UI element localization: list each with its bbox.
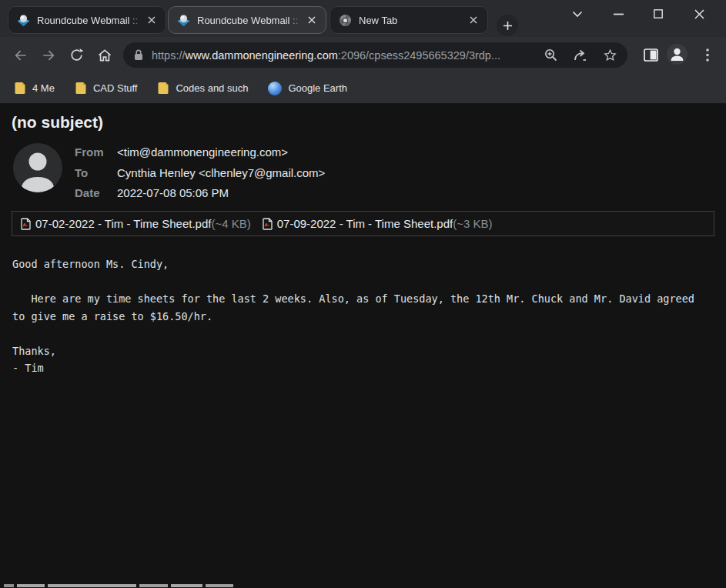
message-headers: From <tim@dammonengineering.com> To Cynt… <box>75 145 325 202</box>
taskbar-sliver <box>206 584 233 587</box>
lock-icon[interactable] <box>134 49 143 61</box>
attachments-bar: 07-02-2022 - Tim - Time Sheet.pdf (~4 KB… <box>12 211 714 236</box>
attachment-size: (~4 KB) <box>211 217 250 230</box>
folder-icon <box>157 82 169 95</box>
pdf-file-icon <box>263 218 273 230</box>
tab-title: Roundcube Webmail :: <box>37 15 145 26</box>
side-panel-icon[interactable] <box>641 45 661 65</box>
attachment-name: 07-09-2022 - Tim - Time Sheet.pdf <box>277 217 453 230</box>
close-window-icon[interactable] <box>690 5 708 23</box>
minimize-icon[interactable] <box>609 5 627 23</box>
bookmark-label: CAD Stuff <box>93 82 138 94</box>
bookmarks-bar: 4 Me CAD Stuff Codes and such Google Ear… <box>0 73 726 104</box>
bookmark-label: 4 Me <box>32 82 55 94</box>
person-icon <box>13 148 62 192</box>
roundcube-favicon-icon <box>177 14 190 27</box>
folder-icon <box>75 82 87 95</box>
reload-icon[interactable] <box>66 45 87 65</box>
sender-avatar <box>13 143 62 192</box>
pdf-file-icon <box>21 218 31 230</box>
zoom-icon[interactable] <box>544 48 557 62</box>
forward-icon[interactable] <box>38 45 59 65</box>
bookmark-folder-codes-and-such[interactable]: Codes and such <box>156 78 249 99</box>
back-icon[interactable] <box>10 45 31 65</box>
tab-close-icon[interactable] <box>145 13 159 27</box>
header-value-date: 2022-07-08 05:06 PM <box>117 185 325 202</box>
url-text: https://www.dammonengineering.com:2096/c… <box>152 49 537 62</box>
tab-close-icon[interactable] <box>467 13 480 27</box>
bookmark-label: Codes and such <box>176 82 248 94</box>
taskbar-sliver <box>4 584 14 587</box>
attachment-link[interactable]: 07-09-2022 - Tim - Time Sheet.pdf (~3 KB… <box>263 217 493 230</box>
bookmark-star-icon[interactable] <box>604 48 617 62</box>
tab-new-tab[interactable]: New Tab <box>330 6 488 34</box>
header-label-date: Date <box>75 185 117 202</box>
taskbar-sliver <box>17 584 45 587</box>
webmail-message-view: (no subject) From <tim@dammonengineering… <box>0 105 726 588</box>
taskbar-sliver <box>48 584 136 587</box>
taskbar-sliver <box>139 584 168 587</box>
header-value-from: <tim@dammonengineering.com> <box>117 145 325 161</box>
attachment-size: (~3 KB) <box>453 217 492 230</box>
bookmark-google-earth[interactable]: Google Earth <box>266 78 349 99</box>
chromium-favicon-icon <box>339 14 352 27</box>
tab-title: New Tab <box>359 15 467 26</box>
message-subject: (no subject) <box>12 113 103 132</box>
tab-roundcube-1[interactable]: Roundcube Webmail :: <box>8 6 166 34</box>
profile-avatar-icon[interactable] <box>667 44 688 65</box>
browser-toolbar: https://www.dammonengineering.com:2096/c… <box>0 37 726 73</box>
tab-search-chevron-icon[interactable] <box>568 5 587 23</box>
tab-close-icon[interactable] <box>305 13 319 27</box>
header-label-from: From <box>75 145 117 161</box>
address-bar[interactable]: https://www.dammonengineering.com:2096/c… <box>123 42 627 68</box>
attachment-name: 07-02-2022 - Tim - Time Sheet.pdf <box>35 217 211 230</box>
globe-icon <box>268 82 282 95</box>
tab-title: Roundcube Webmail :: <box>197 15 305 26</box>
browser-window: Roundcube Webmail :: Roundcube Webmail :… <box>0 0 726 588</box>
bookmark-label: Google Earth <box>288 82 347 94</box>
message-body: Good afternoon Ms. Cindy, Here are my ti… <box>12 256 694 377</box>
header-value-to: Cynthia Henley <clhenley7@gmail.com> <box>117 165 325 182</box>
maximize-icon[interactable] <box>649 5 667 23</box>
new-tab-button[interactable] <box>497 15 518 36</box>
header-label-to: To <box>75 165 117 182</box>
tab-strip: Roundcube Webmail :: Roundcube Webmail :… <box>0 0 726 37</box>
bookmark-folder-cad-stuff[interactable]: CAD Stuff <box>73 78 139 99</box>
attachment-link[interactable]: 07-02-2022 - Tim - Time Sheet.pdf (~4 KB… <box>21 217 251 230</box>
roundcube-favicon-icon <box>17 14 30 27</box>
menu-dots-icon[interactable] <box>697 45 718 65</box>
tab-roundcube-2[interactable]: Roundcube Webmail :: <box>168 6 326 34</box>
window-controls <box>564 5 726 26</box>
share-icon[interactable] <box>574 49 587 62</box>
bookmark-folder-4me[interactable]: 4 Me <box>12 78 56 99</box>
taskbar-sliver <box>171 584 202 587</box>
home-icon[interactable] <box>94 45 115 65</box>
folder-icon <box>14 82 26 95</box>
